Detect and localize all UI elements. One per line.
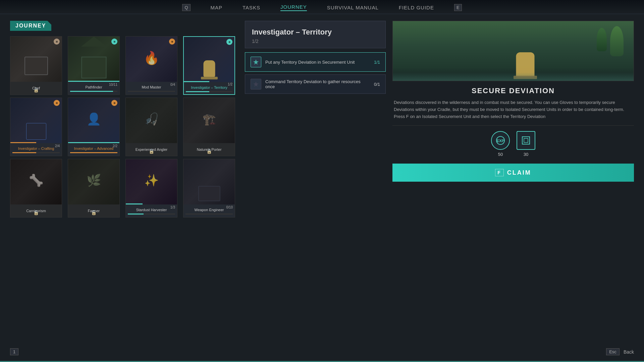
- objective-2: Command Territory Deviation to gather re…: [245, 74, 386, 94]
- card-weapon[interactable]: Weapon Engineer 0/10: [183, 159, 235, 218]
- esc-key[interactable]: Esc: [606, 348, 620, 355]
- card-stardust-image: ✨: [126, 159, 177, 204]
- card-grid: ⊕ Chef 🔒 ⊕ Pathfinder: [10, 36, 238, 218]
- quest-title-box: Investigator – Territory 1/2: [245, 21, 386, 48]
- card-inv-t-image: ⊕: [184, 37, 234, 82]
- reward-exp: EXP 50: [491, 131, 510, 157]
- nav-fieldguide[interactable]: FIELD GUIDE: [399, 5, 434, 10]
- card-mod-master[interactable]: 🔥 ⊕ Mod Master 0/4: [125, 36, 177, 95]
- card-modmaster-name: Mod Master: [128, 85, 175, 89]
- middle-panel: Investigator – Territory 1/2 Put any Ter…: [245, 21, 386, 349]
- exp-icon-box: EXP: [491, 131, 510, 150]
- card-investigator-territory[interactable]: ⊕ Investigator – Territory 1/2: [183, 36, 235, 95]
- nav-journey[interactable]: JOURNEY: [280, 4, 307, 11]
- card-inv-a-name: Investigator – Advanced: [70, 146, 117, 151]
- obj-2-text: Command Territory Deviation to gather re…: [265, 79, 370, 89]
- claim-key: F: [495, 169, 504, 176]
- card-carnivorism[interactable]: 🦴 Carnivorism 🔒: [10, 159, 62, 218]
- card-modmaster-image: 🔥 ⊕: [126, 37, 177, 82]
- svg-marker-1: [253, 81, 259, 87]
- stardust-progress: 1/3: [170, 205, 175, 209]
- chef-lock-icon: 🔒: [33, 87, 39, 93]
- card-inv-c-name: Investigator – Crafting: [12, 146, 60, 151]
- card-weapon-name: Weapon Engineer: [185, 208, 233, 212]
- obj-1-text: Put any Territory Deviation in Securemen…: [265, 60, 370, 65]
- page-btn[interactable]: 1: [10, 348, 18, 355]
- card-chef[interactable]: ⊕ Chef 🔒: [10, 36, 62, 95]
- card-angler-bottom: Experienced Angler 🔒: [126, 143, 177, 156]
- points-icon-box: [517, 131, 535, 150]
- card-inv-a-bottom: Investigator – Advanced: [68, 143, 119, 156]
- card-stardust[interactable]: ✨ Stardust Harvester 1/3: [125, 159, 177, 218]
- card-carnivorism-image: 🦴: [10, 159, 62, 204]
- porter-lock-icon: 🔒: [206, 148, 212, 154]
- card-chef-bottom: Chef 🔒: [10, 82, 62, 95]
- bottom-bar: Esc Back: [606, 348, 634, 355]
- e-key[interactable]: E: [454, 4, 462, 11]
- claim-button[interactable]: F CLAIM: [392, 164, 634, 182]
- card-porter[interactable]: 🏗️ Nature's Porter 🔒: [183, 98, 235, 156]
- svg-rect-5: [524, 138, 528, 142]
- nav-map[interactable]: MAP: [211, 5, 223, 10]
- card-pathfinder[interactable]: ⊕ Pathfinder 10/11: [68, 36, 120, 95]
- svg-rect-4: [522, 137, 530, 144]
- journey-label: JOURNEY: [10, 21, 51, 31]
- page-indicator: 1: [10, 348, 18, 355]
- back-label[interactable]: Back: [624, 349, 634, 355]
- q-key[interactable]: Q: [182, 4, 190, 11]
- weapon-progress: 0/10: [226, 205, 233, 209]
- card-angler-image: 🎣: [126, 98, 177, 143]
- main-content: JOURNEY ⊕ Chef 🔒 ⊕: [0, 14, 644, 356]
- rewards-row: EXP 50 30: [392, 131, 634, 157]
- objective-1: Put any Territory Deviation in Securemen…: [245, 52, 386, 72]
- points-value: 30: [524, 152, 528, 157]
- angler-lock-icon: 🔒: [149, 148, 154, 154]
- left-panel: JOURNEY ⊕ Chef 🔒 ⊕: [10, 21, 238, 349]
- nav-survival[interactable]: SURVIVAL MANUAL: [327, 5, 379, 10]
- obj-2-count: 0/1: [374, 82, 380, 87]
- obj-1-icon: [251, 57, 261, 67]
- card-farmer-bottom: Farmer 🔒: [68, 204, 119, 218]
- farmer-lock-icon: 🔒: [91, 210, 97, 215]
- card-weapon-image: [183, 159, 235, 204]
- card-carnivorism-bottom: Carnivorism 🔒: [10, 204, 62, 218]
- card-inv-t-name: Investigator – Territory: [186, 85, 232, 90]
- obj-1-count: 1/1: [374, 60, 380, 65]
- card-pathfinder-image: ⊕: [68, 37, 119, 82]
- svg-marker-0: [253, 59, 259, 65]
- description-text: Deviations discovered in the wilderness …: [392, 99, 634, 126]
- card-inv-c-bottom: Investigator – Crafting: [10, 143, 62, 156]
- card-stardust-name: Stardust Harvester: [128, 208, 175, 212]
- card-chef-image: ⊕: [10, 37, 62, 82]
- card-investigator-advanced[interactable]: 👤 ⊕ Investigator – Advanced 2/2: [68, 98, 120, 156]
- card-inv-t-bottom: Investigator – Territory: [184, 82, 234, 95]
- inv-c-progress: 2/4: [55, 144, 60, 148]
- nav-tasks[interactable]: TASKS: [243, 5, 260, 10]
- card-inv-c-image: ⊕: [10, 98, 62, 143]
- card-investigator-crafting[interactable]: ⊕ Investigator – Crafting 2/4: [10, 98, 62, 156]
- card-stardust-bottom: Stardust Harvester: [126, 204, 177, 218]
- modmaster-progress: 0/4: [170, 83, 175, 86]
- exp-value: 50: [498, 152, 503, 157]
- quest-title: Investigator – Territory: [252, 28, 379, 37]
- card-inv-a-image: 👤 ⊕: [68, 98, 119, 143]
- right-panel: SECURE DEVIATION Deviations discovered i…: [392, 21, 634, 349]
- svg-text:EXP: EXP: [497, 139, 504, 143]
- reward-image: [392, 21, 634, 81]
- carnivorism-lock-icon: 🔒: [33, 210, 39, 215]
- obj-2-icon: [251, 79, 261, 89]
- reward-points: 30: [517, 131, 535, 157]
- claim-label: CLAIM: [507, 169, 531, 176]
- secure-deviation-title: SECURE DEVIATION: [392, 81, 634, 99]
- card-porter-bottom: Nature's Porter 🔒: [183, 143, 235, 156]
- card-farmer-image: 🌿: [68, 159, 119, 204]
- card-farmer[interactable]: 🌿 Farmer 🔒: [68, 159, 120, 218]
- inv-t-progress: 1/2: [228, 82, 232, 86]
- card-modmaster-bottom: Mod Master: [126, 82, 177, 95]
- top-navigation: Q MAP TASKS JOURNEY SURVIVAL MANUAL FIEL…: [0, 0, 644, 14]
- inv-a-progress: 2/2: [113, 144, 117, 148]
- card-angler[interactable]: 🎣 Experienced Angler 🔒: [125, 98, 177, 156]
- card-porter-image: 🏗️: [183, 98, 235, 143]
- pathfinder-progress: 10/11: [109, 83, 117, 86]
- quest-progress: 1/2: [252, 39, 379, 44]
